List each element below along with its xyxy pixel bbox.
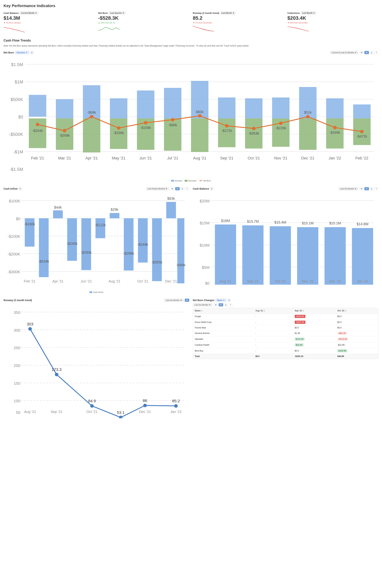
- direction-tag[interactable]: Direction ▼: [15, 51, 29, 54]
- cb-btn-q[interactable]: Q: [369, 187, 374, 190]
- kpi-collections-change: ▼ 66% from December: [287, 22, 379, 24]
- cash-balance-period-dropdown[interactable]: Last Six Months ▼: [339, 187, 358, 190]
- runway-chart-section: Runway (3 month trend) Last Six Months ▼…: [3, 299, 189, 419]
- cb-btn-w[interactable]: W: [359, 187, 364, 190]
- svg-rect-31: [110, 98, 127, 118]
- table-row: Cardinal Health - $82.9K -$22.9K: [193, 342, 378, 348]
- svg-text:Feb '22: Feb '22: [355, 156, 368, 160]
- kpi-cash-balance-dropdown[interactable]: Current Month ▼: [20, 11, 38, 15]
- svg-text:$15.1M: $15.1M: [302, 221, 314, 225]
- cashflow-section: Cash Flow Trends Note: the Net Burn quer…: [3, 39, 379, 419]
- svg-text:May '21: May '21: [112, 156, 126, 160]
- svg-rect-133: [242, 226, 264, 285]
- svg-text:-$336k: -$336k: [113, 131, 124, 135]
- cash-balance-add-button[interactable]: +: [210, 187, 213, 190]
- page-title: Key Performance Indicators: [3, 3, 379, 8]
- svg-text:$1.5M: $1.5M: [11, 62, 23, 67]
- cash-inout-btn-m[interactable]: M: [175, 187, 180, 190]
- time-btn-y[interactable]: Y: [374, 51, 379, 54]
- net-burn-legend: Increase Decrease Net Burn: [3, 180, 379, 182]
- nbc-btn-w[interactable]: W: [213, 303, 218, 306]
- net-burn-time-buttons: W M Q Y: [359, 51, 379, 54]
- net-burn-period-dropdown[interactable]: Current & Last 12 Months ▼: [330, 51, 358, 54]
- name-filter-tag[interactable]: Name ▼: [215, 299, 227, 302]
- svg-point-173: [143, 404, 147, 407]
- svg-text:-$272k: -$272k: [222, 129, 232, 133]
- svg-rect-41: [164, 88, 181, 118]
- svg-text:$5M: $5M: [202, 265, 210, 270]
- cash-inout-legend-label: Cash In/Out: [93, 291, 103, 293]
- net-burn-changes-section: Net Burn Changes Name ▼ + Last Six Month…: [193, 299, 379, 419]
- cash-inout-btn-q[interactable]: Q: [180, 187, 185, 190]
- kpi-runway-value: 85.2: [193, 15, 284, 21]
- cash-inout-add-button[interactable]: +: [19, 187, 22, 190]
- cash-balance-time-buttons: W M Q Y: [359, 187, 379, 190]
- nbc-btn-q[interactable]: Q: [224, 303, 228, 306]
- cash-balance-chart-section: Cash Balance + Last Six Months ▼ W M Q Y: [193, 187, 379, 293]
- svg-text:250: 250: [14, 346, 20, 350]
- svg-text:Aug '21: Aug '21: [220, 279, 231, 283]
- svg-rect-71: [326, 98, 344, 118]
- col-sep: Sep '21 ⇅: [293, 308, 336, 314]
- cash-inout-btn-y[interactable]: Y: [185, 187, 189, 190]
- svg-text:$0: $0: [205, 281, 210, 286]
- svg-text:Dec '21: Dec '21: [165, 279, 177, 283]
- kpi-net-burn-value: -$528.3K: [98, 15, 190, 21]
- svg-text:Aug '21: Aug '21: [24, 410, 36, 414]
- cb-btn-m[interactable]: M: [364, 187, 369, 190]
- svg-text:Dec '21: Dec '21: [329, 279, 341, 283]
- runway-btn-m[interactable]: M: [185, 299, 189, 302]
- cb-btn-y[interactable]: Y: [374, 187, 379, 190]
- nbc-period-dropdown[interactable]: Last Six Months ▼: [193, 303, 212, 306]
- svg-point-161: [28, 327, 32, 331]
- time-btn-w[interactable]: W: [359, 51, 364, 54]
- net-burn-svg: $1.5M $1M $500K $0 -$500K -$1M -$1.5M Fe…: [3, 56, 379, 178]
- svg-text:-$368k: -$368k: [176, 263, 186, 267]
- cash-inout-header: Cash In/Out + Last Twelve Months ▼ W M Q…: [3, 187, 189, 190]
- svg-text:85.2: 85.2: [172, 399, 180, 403]
- svg-text:-$226k: -$226k: [275, 126, 286, 130]
- col-name: Name ⇅: [193, 308, 254, 314]
- kpi-collections-dropdown[interactable]: Last Month ▼: [301, 11, 316, 15]
- nbc-btn-y[interactable]: Y: [229, 303, 232, 306]
- runway-period-dropdown[interactable]: Last Six Months ▼: [164, 299, 184, 302]
- nbc-btn-m[interactable]: M: [219, 303, 223, 306]
- net-burn-changes-add-button[interactable]: +: [228, 299, 231, 302]
- net-burn-chart-area: $1.5M $1M $500K $0 -$500K -$1M -$1.5M Fe…: [3, 56, 379, 178]
- cash-inout-period-dropdown[interactable]: Last Twelve Months ▼: [146, 187, 169, 190]
- svg-rect-104: [96, 218, 105, 238]
- svg-text:Oct '21: Oct '21: [248, 156, 260, 160]
- table-row: General Electric - $1.4K -$81.4K: [193, 330, 378, 336]
- svg-text:-$500K: -$500K: [9, 132, 23, 137]
- svg-text:$500K: $500K: [11, 97, 23, 102]
- svg-point-176: [174, 404, 178, 408]
- kpi-net-burn-dropdown[interactable]: Last Quarter ▼: [109, 11, 125, 15]
- net-burn-changes-header: Net Burn Changes Name ▼ +: [193, 299, 379, 302]
- cash-balance-svg: $20M $15M $10M $5M $0 $16M Aug '21 $15.7…: [193, 192, 379, 289]
- svg-text:$51k: $51k: [304, 110, 312, 114]
- kpi-runway-dropdown[interactable]: Last Month ▼: [220, 11, 236, 15]
- net-burn-changes-subheader: Last Six Months ▼ W M Q Y: [193, 303, 379, 306]
- svg-rect-67: [299, 118, 317, 150]
- svg-text:-$249k: -$249k: [137, 243, 148, 246]
- svg-text:Nov '21: Nov '21: [302, 279, 314, 283]
- svg-text:Sep '21: Sep '21: [247, 279, 259, 283]
- cash-inout-btn-w[interactable]: W: [170, 187, 175, 190]
- net-burn-changes-table-container: Name ⇅ Aug '21 ⇅ Sep '21 ⇅ Oct '21 ⇅ Kro…: [193, 308, 379, 359]
- svg-text:Dec '21: Dec '21: [301, 156, 314, 160]
- time-btn-m[interactable]: M: [364, 51, 369, 54]
- svg-text:Jan '22: Jan '22: [329, 156, 341, 160]
- bottom-two-col: Runway (3 month trend) Last Six Months ▼…: [3, 299, 379, 419]
- svg-text:Jul '21: Jul '21: [167, 156, 178, 160]
- svg-text:Sep '21: Sep '21: [51, 410, 63, 414]
- svg-text:-$296k: -$296k: [123, 252, 134, 255]
- svg-text:50: 50: [16, 410, 20, 415]
- svg-rect-94: [39, 218, 49, 277]
- kpi-net-burn-sparkline: [98, 24, 190, 33]
- svg-text:-$80k: -$80k: [168, 123, 177, 127]
- time-btn-q[interactable]: Q: [369, 51, 374, 54]
- svg-text:$44k: $44k: [54, 205, 62, 209]
- net-burn-add-button[interactable]: +: [30, 51, 34, 54]
- svg-rect-36: [137, 90, 154, 118]
- svg-text:-$293k: -$293k: [81, 251, 92, 254]
